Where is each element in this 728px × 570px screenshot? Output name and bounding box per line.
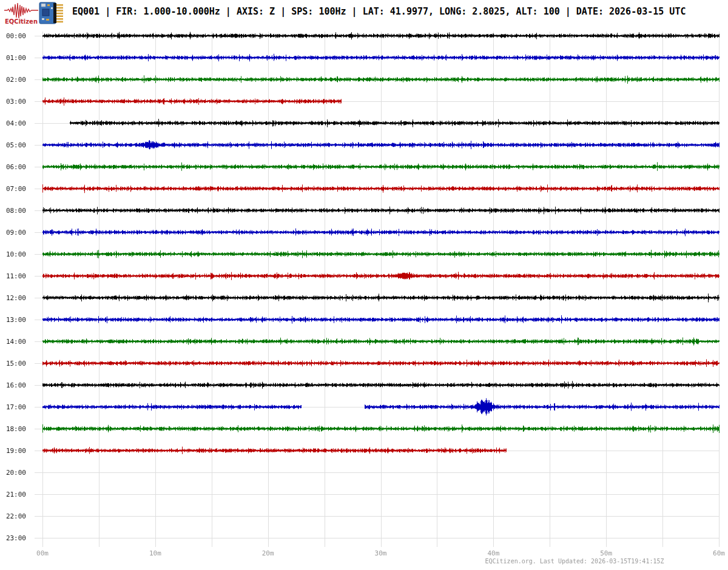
- y-axis-hour-label: 00:00: [0, 33, 26, 39]
- y-axis-hour-label: 03:00: [0, 98, 26, 105]
- station-info-title: EQ001 | FIR: 1.000-10.000Hz | AXIS: Z | …: [72, 6, 686, 17]
- last-updated-status: EQCitizen.org. Last Updated: 2026-03-15T…: [485, 558, 664, 565]
- y-axis-hour-label: 09:00: [0, 229, 26, 236]
- y-axis-hour-label: 12:00: [0, 295, 26, 301]
- y-axis-hour-label: 14:00: [0, 338, 26, 345]
- eqcitizen-logo: EQCitizen: [4, 2, 39, 26]
- x-axis-tick-label: 00m: [36, 550, 49, 557]
- helicorder-plot-canvas: [0, 0, 728, 570]
- helicorder-app: EQCitizen EQ001 | FIR: 1.000-10.000Hz | …: [0, 0, 728, 570]
- x-axis-tick-label: 40m: [487, 550, 499, 557]
- y-axis-hour-label: 11:00: [0, 273, 26, 280]
- x-axis-tick-label: 50m: [600, 550, 612, 557]
- seismic-wave-icon: [4, 3, 38, 18]
- sensor-board-icon: [39, 1, 66, 25]
- x-axis-tick-label: 30m: [375, 550, 387, 557]
- y-axis-hour-label: 15:00: [0, 360, 26, 367]
- header-bar: EQCitizen EQ001 | FIR: 1.000-10.000Hz | …: [0, 0, 728, 27]
- y-axis-hour-label: 18:00: [0, 426, 26, 432]
- y-axis-hour-label: 01:00: [0, 55, 26, 61]
- y-axis-hour-label: 22:00: [0, 513, 26, 520]
- y-axis-hour-label: 13:00: [0, 317, 26, 323]
- y-axis-hour-label: 16:00: [0, 382, 26, 389]
- y-axis-hour-label: 23:00: [0, 535, 26, 542]
- y-axis-hour-label: 07:00: [0, 186, 26, 192]
- y-axis-hour-label: 20:00: [0, 469, 26, 476]
- y-axis-hour-label: 04:00: [0, 120, 26, 127]
- y-axis-hour-label: 08:00: [0, 207, 26, 214]
- eqcitizen-logo-text: EQCitizen: [5, 18, 38, 25]
- x-axis-tick-label: 10m: [149, 550, 161, 557]
- y-axis-hour-label: 17:00: [0, 404, 26, 411]
- y-axis-hour-label: 02:00: [0, 76, 26, 83]
- y-axis-hour-label: 06:00: [0, 164, 26, 170]
- y-axis-hour-label: 10:00: [0, 251, 26, 258]
- y-axis-hour-label: 19:00: [0, 448, 26, 454]
- x-axis-tick-label: 20m: [262, 550, 274, 557]
- y-axis-hour-label: 21:00: [0, 491, 26, 498]
- x-axis-tick-label: 60m: [713, 550, 725, 557]
- y-axis-hour-label: 05:00: [0, 142, 26, 149]
